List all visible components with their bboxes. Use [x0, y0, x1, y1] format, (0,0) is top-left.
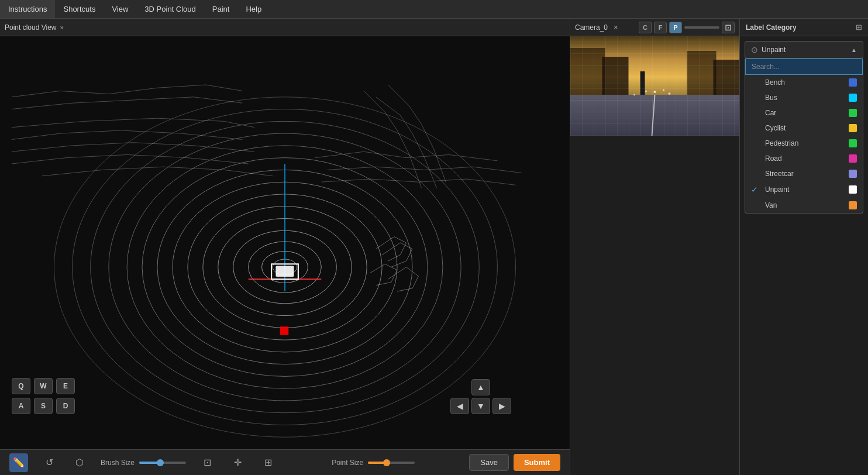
item-label: Pedestrian	[765, 139, 844, 147]
brush-size-label: Brush Size	[101, 459, 135, 467]
label-panel: Label Category ⊞ ⊙ Unpaint ▲ BenchBusCar…	[739, 19, 868, 475]
dropdown-item-unpaint[interactable]: ✓Unpaint	[745, 181, 863, 198]
point-size-label: Point Size	[332, 459, 363, 467]
camera-p-btn[interactable]: P	[669, 22, 682, 33]
menu-shortcuts[interactable]: Shortcuts	[55, 0, 104, 18]
action-buttons: Save Submit	[469, 454, 560, 471]
dropdown-search-input[interactable]	[745, 58, 863, 75]
key-d: D	[56, 398, 75, 414]
pc-tab-bar: Point cloud View ×	[0, 19, 570, 36]
dropdown-item-road[interactable]: Road	[745, 151, 863, 166]
item-label: Unpaint	[765, 185, 844, 194]
key-row-bottom: A S D	[12, 398, 75, 414]
item-label: Van	[765, 201, 844, 209]
key-s: S	[34, 398, 53, 414]
nav-right[interactable]: ▶	[492, 398, 511, 414]
nav-arrows: ▲ ◀ ▼ ▶	[450, 379, 511, 414]
crop-tool[interactable]: ⊡	[198, 453, 216, 472]
key-row-top: Q W E	[12, 378, 75, 394]
item-label: Cyclist	[765, 124, 844, 132]
nav-up[interactable]: ▲	[471, 379, 490, 395]
dropdown-selected[interactable]: ⊙ Unpaint ▲	[745, 41, 863, 58]
svg-rect-19	[275, 266, 294, 277]
nav-left[interactable]: ◀	[450, 398, 469, 414]
dropdown-item-streetcar[interactable]: Streetcar	[745, 166, 863, 181]
dropdown-arrow: ▲	[851, 47, 857, 53]
menu-view[interactable]: View	[104, 0, 136, 18]
menu-3d-point-cloud[interactable]: 3D Point Cloud	[136, 0, 204, 18]
item-label: Road	[765, 154, 844, 163]
camera-title: Camera_0	[575, 23, 608, 32]
camera-maximize-btn[interactable]: ⊡	[722, 22, 735, 33]
menu-help[interactable]: Help	[237, 0, 270, 18]
item-label: Bench	[765, 78, 844, 87]
lasso-tool[interactable]: ⬡	[70, 453, 89, 472]
item-label: Car	[765, 109, 844, 117]
keyboard-overlay: Q W E A S D	[12, 378, 75, 414]
color-swatch	[849, 170, 857, 178]
submit-button[interactable]: Submit	[514, 454, 560, 471]
fit-tool[interactable]: ⊞	[259, 453, 277, 472]
key-q: Q	[12, 378, 30, 394]
dropdown-item-van[interactable]: Van	[745, 198, 863, 213]
color-swatch	[849, 154, 857, 163]
save-button[interactable]: Save	[469, 454, 509, 471]
check-icon: ✓	[751, 185, 760, 194]
menu-paint[interactable]: Paint	[204, 0, 238, 18]
nav-down[interactable]: ▼	[471, 398, 490, 414]
pc-tab-close[interactable]: ×	[60, 24, 64, 31]
point-cloud-canvas[interactable]: Q W E A S D ▲ ◀ ▼ ▶	[0, 36, 570, 449]
dropdown-item-bench[interactable]: Bench	[745, 75, 863, 90]
menu-bar: Instructions Shortcuts View 3D Point Clo…	[0, 0, 868, 19]
move-tool[interactable]: ✛	[228, 453, 247, 472]
dropdown-item-car[interactable]: Car	[745, 105, 863, 121]
camera-close-btn[interactable]: ×	[614, 23, 618, 32]
label-panel-icon[interactable]: ⊞	[856, 23, 862, 32]
dropdown-item-pedestrian[interactable]: Pedestrian	[745, 136, 863, 151]
camera-c-btn[interactable]: C	[639, 22, 652, 33]
color-swatch	[849, 201, 857, 209]
pencil-tool[interactable]: ✏️	[9, 453, 28, 472]
color-swatch	[849, 124, 857, 132]
color-swatch	[849, 139, 857, 147]
pc-tab-label: Point cloud View	[5, 23, 57, 32]
camera-controls: C F P ⊡	[639, 22, 735, 33]
category-dropdown[interactable]: ⊙ Unpaint ▲ BenchBusCarCyclistPedestrian…	[745, 41, 863, 58]
key-e: E	[56, 378, 75, 394]
point-size-track[interactable]	[368, 462, 415, 464]
pc-tab[interactable]: Point cloud View ×	[5, 23, 64, 32]
dropdown-list: BenchBusCarCyclistPedestrianRoadStreetca…	[745, 58, 863, 214]
item-label: Bus	[765, 94, 844, 102]
camera-panel: Camera_0 × C F P ⊡	[570, 19, 739, 475]
brightness-slider[interactable]	[684, 26, 719, 29]
brush-size-section: Brush Size	[101, 459, 186, 467]
brush-size-track[interactable]	[139, 462, 186, 464]
camera-image	[570, 36, 739, 136]
camera-tab-bar: Camera_0 × C F P ⊡	[570, 19, 739, 36]
key-w: W	[34, 378, 53, 394]
point-size-section: Point Size	[332, 459, 415, 467]
dropdown-label: Unpaint	[762, 46, 848, 54]
selection-tool[interactable]: ↺	[40, 453, 58, 472]
point-cloud-area: Point cloud View ×	[0, 19, 570, 475]
camera-f-btn[interactable]: F	[654, 22, 667, 33]
key-a: A	[12, 398, 30, 414]
svg-rect-20	[280, 326, 289, 335]
color-swatch	[849, 185, 857, 194]
color-swatch	[849, 109, 857, 117]
color-swatch	[849, 78, 857, 87]
dropdown-icon: ⊙	[751, 45, 758, 54]
dropdown-item-cyclist[interactable]: Cyclist	[745, 121, 863, 136]
camera-image-overlay	[570, 36, 739, 136]
bottom-toolbar: ✏️ ↺ ⬡ Brush Size ⊡ ✛ ⊞ Point Size	[0, 449, 570, 475]
dropdown-item-bus[interactable]: Bus	[745, 90, 863, 105]
label-panel-header: Label Category ⊞	[740, 19, 868, 36]
item-label: Streetcar	[765, 170, 844, 178]
color-swatch	[849, 94, 857, 102]
main-layout: Point cloud View ×	[0, 19, 868, 475]
label-panel-title: Label Category	[746, 23, 797, 32]
menu-instructions[interactable]: Instructions	[0, 0, 55, 18]
